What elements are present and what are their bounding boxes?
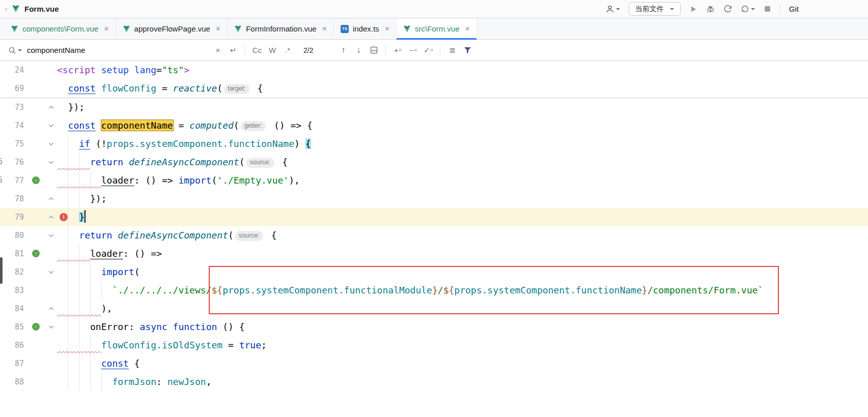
debug-icon[interactable] xyxy=(706,5,715,13)
code-line-76[interactable]: 76 return defineAsyncComponent(source: { xyxy=(0,153,868,171)
filter-search-icon[interactable] xyxy=(462,44,473,56)
fold-expanded-icon[interactable] xyxy=(48,124,54,128)
line-number[interactable]: 88 xyxy=(0,373,24,391)
code-line-74[interactable]: 74 const componentName = computed(getter… xyxy=(0,116,868,135)
rerun-icon[interactable] xyxy=(741,5,755,13)
code-line-88[interactable]: 88 formJson: newJson, xyxy=(0,373,868,391)
next-match-icon[interactable]: ↓ xyxy=(353,44,364,56)
code-line-85[interactable]: 85↑ onError: async function () { xyxy=(0,318,868,336)
previous-match-icon[interactable]: ↑ xyxy=(338,44,349,56)
gutter[interactable]: 74 xyxy=(0,116,57,135)
tab-forminformation-vue[interactable]: FormInformation.vue× xyxy=(228,18,334,39)
gutter[interactable]: 73 xyxy=(0,98,57,116)
close-tab-icon[interactable]: × xyxy=(385,25,389,33)
code-line-79[interactable]: 79 }! xyxy=(0,208,868,226)
tab-approveflowpage-vue[interactable]: approveFlowPage.vue× xyxy=(116,18,228,39)
stop-icon[interactable] xyxy=(764,5,771,13)
clear-search-icon[interactable]: × xyxy=(212,44,223,56)
line-number[interactable]: 75 xyxy=(0,135,24,153)
line-number[interactable]: 77 xyxy=(0,171,24,190)
code-line-24[interactable]: 24<script setup lang="ts"> xyxy=(0,61,868,79)
line-number[interactable]: 80 xyxy=(0,226,24,245)
code-line-87[interactable]: 87 const { xyxy=(0,354,868,373)
line-number[interactable]: 87 xyxy=(0,354,24,373)
line-number[interactable]: 83 xyxy=(0,281,24,300)
line-number[interactable]: 81 xyxy=(0,245,24,263)
line-number[interactable]: 82 xyxy=(0,263,24,281)
whole-words-toggle[interactable]: W xyxy=(267,44,278,56)
add-selection-icon[interactable]: +II xyxy=(392,44,403,56)
fold-expanded-icon[interactable] xyxy=(48,325,54,329)
insert-newline-icon[interactable]: ↵ xyxy=(228,44,239,56)
line-number[interactable]: 86 xyxy=(0,336,24,354)
error-icon[interactable]: ! xyxy=(60,213,68,221)
gutter[interactable]: 76 xyxy=(0,153,57,171)
line-number[interactable]: 74 xyxy=(0,116,24,135)
fold-expanded-icon[interactable] xyxy=(48,270,54,274)
gutter[interactable]: 24 xyxy=(0,61,57,79)
gutter[interactable]: 77↑ xyxy=(0,171,57,190)
gutter[interactable]: 82 xyxy=(0,263,57,281)
code-line-86[interactable]: 86 flowConfig.isOldSystem = true; xyxy=(0,336,868,354)
gutter[interactable]: 88 xyxy=(0,373,57,391)
match-case-toggle[interactable]: Cc xyxy=(251,44,263,56)
regex-toggle[interactable]: .* xyxy=(282,44,293,56)
code-line-81[interactable]: 81↑ loader: () => xyxy=(0,245,868,263)
line-number[interactable]: 85 xyxy=(0,318,24,336)
implemented-arrow-icon[interactable]: ↑ xyxy=(32,250,40,257)
line-number[interactable]: 79 xyxy=(0,208,24,226)
fold-end-icon[interactable] xyxy=(48,197,54,201)
gutter[interactable]: 80 xyxy=(0,226,57,245)
code-line-80[interactable]: 80 return defineAsyncComponent(source: { xyxy=(0,226,868,245)
line-number[interactable]: 84 xyxy=(0,300,24,318)
gutter[interactable]: 79 xyxy=(0,208,57,226)
code-line-75[interactable]: 75 if (!props.systemComponent.functionNa… xyxy=(0,135,868,153)
code-line-78[interactable]: 78 }); xyxy=(0,190,868,208)
tab-components-form-vue[interactable]: components\Form.vue× xyxy=(4,18,116,39)
coverage-icon[interactable] xyxy=(723,5,732,13)
open-in-tool-window-icon[interactable] xyxy=(368,44,379,56)
gutter[interactable]: 85↑ xyxy=(0,318,57,336)
line-number[interactable]: 76 xyxy=(0,153,24,171)
gutter[interactable]: 69 xyxy=(0,79,57,98)
search-input[interactable]: componentName xyxy=(27,46,210,54)
remove-selection-icon[interactable]: −II xyxy=(407,44,418,56)
editor[interactable]: 24<script setup lang="ts">69 const flowC… xyxy=(0,61,868,391)
search-icon[interactable] xyxy=(8,44,22,56)
line-number[interactable]: 24 xyxy=(0,61,24,79)
gutter[interactable]: 78 xyxy=(0,190,57,208)
line-number[interactable]: 73 xyxy=(0,98,24,116)
run-configuration-select[interactable]: 当前文件 xyxy=(629,2,681,16)
close-tab-icon[interactable]: × xyxy=(216,25,220,33)
close-tab-icon[interactable]: × xyxy=(465,25,469,33)
git-toolwindow-label[interactable]: Git xyxy=(789,5,799,13)
fold-expanded-icon[interactable] xyxy=(48,160,54,164)
tab-src-form-vue[interactable]: src\Form.vue× xyxy=(397,18,477,39)
gutter[interactable]: 87 xyxy=(0,354,57,373)
chevron-right-icon[interactable]: › xyxy=(5,6,7,13)
fold-end-icon[interactable] xyxy=(48,105,54,109)
tab-index-ts[interactable]: TSindex.ts× xyxy=(334,18,397,39)
gutter[interactable]: 86 xyxy=(0,336,57,354)
select-all-occurrences-icon[interactable]: ✓II xyxy=(423,44,434,56)
fold-end-icon[interactable] xyxy=(48,215,54,219)
close-tab-icon[interactable]: × xyxy=(104,25,108,33)
code-line-73[interactable]: 73 }); xyxy=(0,98,868,116)
fold-expanded-icon[interactable] xyxy=(48,142,54,146)
close-tab-icon[interactable]: × xyxy=(322,25,327,33)
user-profile-icon[interactable] xyxy=(605,5,620,14)
run-icon[interactable] xyxy=(689,5,697,13)
gutter[interactable]: 75 xyxy=(0,135,57,153)
left-edge-scrollbar[interactable] xyxy=(0,257,3,284)
gutter[interactable]: 81↑ xyxy=(0,245,57,263)
implemented-arrow-icon[interactable]: ↑ xyxy=(32,323,40,331)
code-line-77[interactable]: 77↑ loader: () => import('./Empty.vue'), xyxy=(0,171,868,190)
line-number[interactable]: 78 xyxy=(0,190,24,208)
line-number[interactable]: 69 xyxy=(0,79,24,98)
implemented-arrow-icon[interactable]: ↑ xyxy=(32,176,40,184)
filter-lines-icon[interactable]: ≣ xyxy=(446,44,458,56)
fold-end-icon[interactable] xyxy=(48,307,54,311)
code-line-69[interactable]: 69 const flowConfig = reactive(target: { xyxy=(0,79,868,98)
gutter[interactable]: 84 xyxy=(0,300,57,318)
fold-expanded-icon[interactable] xyxy=(48,233,54,237)
